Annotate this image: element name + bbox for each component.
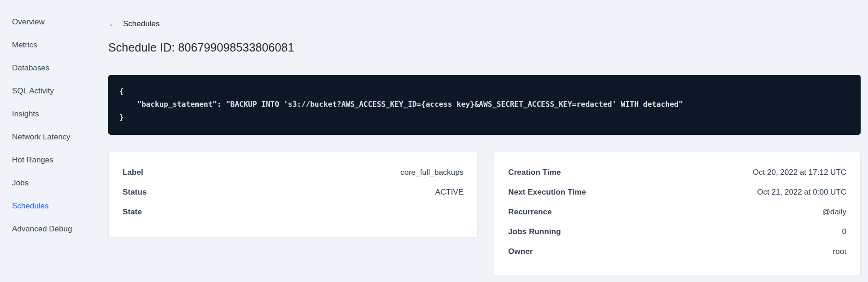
- detail-label: Creation Time: [508, 168, 561, 177]
- detail-row: Ownerroot: [508, 242, 846, 261]
- detail-label: Owner: [508, 247, 533, 256]
- main-content: ← Schedules Schedule ID: 806799098533806…: [108, 0, 861, 276]
- sidebar-item-hot-ranges[interactable]: Hot Ranges: [12, 155, 98, 165]
- detail-label: State: [123, 207, 142, 217]
- detail-value: Oct 21, 2022 at 0:00 UTC: [757, 188, 846, 197]
- sidebar-item-overview[interactable]: Overview: [12, 17, 98, 27]
- sidebar-item-network-latency[interactable]: Network Latency: [12, 132, 98, 142]
- sidebar-item-databases[interactable]: Databases: [12, 63, 98, 73]
- sidebar-item-metrics[interactable]: Metrics: [12, 40, 98, 50]
- detail-row: Creation TimeOct 20, 2022 at 17:12 UTC: [508, 162, 846, 182]
- detail-row: Next Execution TimeOct 21, 2022 at 0:00 …: [508, 182, 846, 202]
- detail-value: core_full_backups: [400, 168, 463, 177]
- sidebar-item-advanced-debug[interactable]: Advanced Debug: [12, 224, 98, 234]
- detail-label: Label: [123, 168, 143, 177]
- detail-row: State: [123, 202, 463, 222]
- detail-label: Status: [123, 188, 147, 197]
- detail-value: root: [833, 247, 846, 256]
- sidebar-item-schedules[interactable]: Schedules: [12, 201, 98, 211]
- sidebar-item-insights[interactable]: Insights: [12, 109, 98, 119]
- schedule-details-card: Labelcore_full_backupsStatusACTIVEState: [108, 152, 478, 238]
- detail-cards: Labelcore_full_backupsStatusACTIVEState …: [108, 152, 861, 276]
- detail-label: Recurrence: [508, 207, 552, 217]
- detail-row: StatusACTIVE: [123, 182, 463, 202]
- sidebar-item-jobs[interactable]: Jobs: [12, 178, 98, 188]
- back-link-label: Schedules: [123, 19, 159, 29]
- schedule-timing-card: Creation TimeOct 20, 2022 at 17:12 UTCNe…: [494, 152, 861, 276]
- back-arrow-icon: ←: [108, 19, 117, 29]
- detail-label: Jobs Running: [508, 227, 561, 236]
- detail-row: Jobs Running0: [508, 222, 846, 242]
- detail-value: @daily: [822, 207, 846, 217]
- backup-statement-code-block: { "backup_statement": "BACKUP INTO 's3:/…: [108, 75, 861, 135]
- page-title: Schedule ID: 806799098533806081: [108, 40, 861, 54]
- detail-label: Next Execution Time: [508, 188, 586, 197]
- detail-row: Labelcore_full_backups: [123, 162, 463, 182]
- back-to-schedules-link[interactable]: ← Schedules: [108, 19, 861, 29]
- detail-value: Oct 20, 2022 at 17:12 UTC: [753, 168, 846, 177]
- detail-value: 0: [842, 227, 846, 236]
- sidebar-item-sql-activity[interactable]: SQL Activity: [12, 86, 98, 96]
- sidebar: OverviewMetricsDatabasesSQL ActivityInsi…: [0, 0, 98, 282]
- detail-value: ACTIVE: [435, 188, 463, 197]
- detail-row: Recurrence@daily: [508, 202, 846, 222]
- backup-statement-json: { "backup_statement": "BACKUP INTO 's3:/…: [119, 85, 850, 124]
